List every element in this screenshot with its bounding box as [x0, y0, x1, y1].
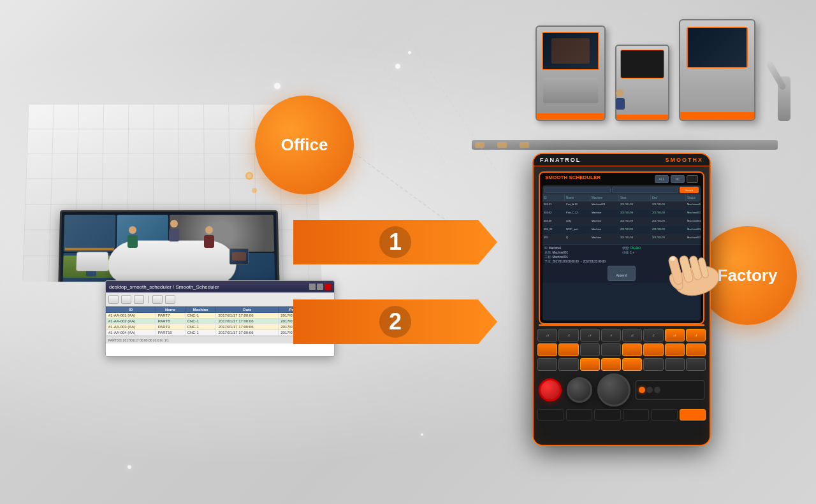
arrow-number-1: 1 [379, 226, 411, 258]
arrow-number-2: 2 [379, 306, 411, 338]
smooth-logo: SMOOTH SCHEDULER [545, 175, 601, 183]
key-a1[interactable] [537, 343, 557, 356]
key-b3[interactable] [580, 358, 600, 371]
machine-3 [679, 19, 755, 121]
strip-key-2[interactable] [566, 409, 593, 421]
key-a4[interactable] [601, 343, 621, 356]
key-a7[interactable] [665, 343, 685, 356]
arrow-banner-1: 1 [293, 220, 497, 264]
factory-worker [616, 89, 625, 110]
sparkle-1 [395, 64, 400, 69]
col-id: ID [106, 307, 156, 313]
col-machine: Machine [185, 307, 216, 313]
factory-machines [536, 19, 803, 121]
key-f2[interactable]: -X [558, 329, 578, 342]
table-row-4[interactable]: 004_00 WOP_part Machine 2017/01/09 2017/… [543, 226, 701, 234]
key-b7[interactable] [665, 358, 685, 371]
search-btn[interactable]: Search [680, 187, 699, 193]
hand-overlay [638, 242, 733, 306]
append-button[interactable]: Append [608, 266, 635, 281]
arrow-shape-2: 2 [293, 299, 497, 344]
maximize-btn[interactable] [317, 284, 323, 290]
machine-1-body [543, 78, 598, 103]
table-row-1[interactable]: 001.01 Part_A-12 Machine001 2017/01/08 2… [543, 201, 701, 210]
orange-divider [539, 324, 704, 326]
conveyor-belt [472, 140, 778, 150]
key-b6[interactable] [643, 358, 663, 371]
bubble-dot-2 [252, 188, 257, 193]
strip-key-3[interactable] [594, 409, 621, 421]
key-a2[interactable] [558, 343, 578, 356]
key-f4[interactable]: -Y [601, 329, 621, 342]
filter-input-1[interactable] [544, 187, 611, 193]
person-1-head [129, 226, 136, 234]
table-row-2[interactable]: 002.02 Part_C-12 Machine 2017/01/09 2017… [543, 210, 701, 218]
table-row-3[interactable]: 003.00 dolly Machine 2017/01/09 2017/01/… [543, 218, 701, 226]
key-a6[interactable] [643, 343, 663, 356]
strip-key-4[interactable] [623, 409, 650, 421]
machine-1-screen [542, 32, 599, 70]
key-a5[interactable] [622, 343, 642, 356]
person-2-body [169, 229, 179, 241]
led-off-2 [654, 387, 660, 393]
filter-input-2[interactable] [612, 187, 678, 193]
toolbar-btn-3[interactable] [134, 295, 144, 304]
bottom-controls [539, 373, 704, 407]
person-1 [127, 226, 138, 248]
toolbar-btn-1[interactable] [108, 295, 119, 304]
strip-key-5[interactable] [651, 409, 678, 421]
close-btn[interactable] [324, 284, 331, 290]
sparkle-5 [421, 433, 423, 436]
key-f5[interactable]: +Z [622, 329, 642, 342]
strip-key-1[interactable] [537, 409, 564, 421]
person-1-body [127, 235, 138, 248]
window-controls [309, 284, 331, 290]
key-f3[interactable]: +Y [580, 329, 600, 342]
nc-btn[interactable]: NC [671, 175, 685, 183]
robot-arm [765, 57, 803, 121]
key-a3[interactable] [580, 343, 600, 356]
brand-smoothx: SMOOTHX [665, 157, 703, 163]
office-bubble: Office [255, 96, 354, 194]
worker-body [616, 98, 625, 110]
machine-2 [615, 45, 669, 121]
sparkle-2 [408, 51, 411, 54]
col-name: Name [156, 307, 185, 313]
strip-key-6[interactable] [680, 409, 706, 421]
machine-3-accent [680, 112, 754, 120]
key-b4[interactable] [601, 358, 621, 371]
arrow-banner-2: 2 [293, 299, 497, 344]
knob-large[interactable] [597, 373, 630, 407]
all-btn[interactable]: ALL [655, 175, 669, 183]
brand-fanatrol: FANATROL [540, 157, 581, 163]
sparkle-3 [274, 83, 280, 89]
key-f7[interactable]: +4 [665, 329, 685, 342]
key-b5[interactable] [622, 358, 642, 371]
arrow-shape-1: 1 [293, 220, 497, 264]
key-f1[interactable]: +X [537, 329, 557, 342]
meeting-table [104, 241, 240, 285]
toolbar-btn-2[interactable] [121, 295, 131, 304]
toolbar-btn-5[interactable] [165, 295, 175, 304]
toolbar-btn-4[interactable] [152, 295, 163, 304]
machine-2-screen [620, 50, 664, 78]
side-desk [76, 252, 108, 271]
key-b2[interactable] [558, 358, 578, 371]
icon-btn[interactable] [687, 175, 698, 183]
key-a8[interactable] [686, 343, 706, 356]
hand-svg [638, 242, 733, 306]
window-titlebar: desktop_smooth_scheduler / Smooth_Schedu… [106, 281, 334, 292]
minimize-btn[interactable] [309, 284, 316, 290]
person-3 [204, 226, 214, 248]
cnc-top-bar: FANATROL SMOOTHX [534, 154, 710, 166]
sparkle-4 [127, 465, 131, 469]
key-f6[interactable]: -Z [643, 329, 663, 342]
emergency-stop-btn[interactable] [539, 378, 562, 401]
knob-small[interactable] [567, 377, 592, 403]
key-f8[interactable]: -4 [686, 329, 706, 342]
office-label: Office [281, 135, 328, 155]
key-b1[interactable] [537, 358, 557, 371]
key-b8[interactable] [686, 358, 706, 371]
function-keys-row-3 [537, 358, 706, 371]
small-monitor [229, 248, 249, 264]
